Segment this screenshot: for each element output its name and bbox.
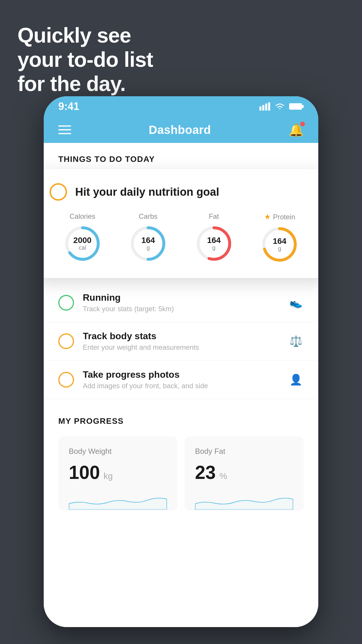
hero-text: Quickly see your to-do list for the day. bbox=[17, 23, 153, 96]
hamburger-icon[interactable] bbox=[58, 125, 71, 134]
nutrition-card: Hit your daily nutrition goal Calories 2… bbox=[44, 169, 318, 278]
todo-subtitle: Enter your weight and measurements bbox=[83, 343, 279, 351]
nutrition-label: Carbs bbox=[139, 212, 157, 220]
todo-title: Running bbox=[83, 292, 279, 303]
donut-ring: 2000 cal bbox=[64, 225, 101, 262]
donut-value: 164 bbox=[273, 237, 287, 245]
todo-checkbox[interactable] bbox=[58, 333, 74, 349]
mini-chart bbox=[195, 492, 293, 510]
nutrition-label: Fat bbox=[209, 212, 219, 220]
svg-rect-0 bbox=[259, 106, 261, 111]
donut-value: 2000 bbox=[73, 236, 92, 244]
progress-number: 23 bbox=[195, 462, 216, 483]
nutrition-item-calories: Calories 2000 cal bbox=[64, 212, 101, 262]
progress-card-title: Body Fat bbox=[195, 447, 293, 456]
things-to-do-header: THINGS TO DO TODAY bbox=[44, 143, 318, 170]
todo-text: Track body stats Enter your weight and m… bbox=[83, 331, 279, 351]
status-time: 9:41 bbox=[58, 100, 79, 113]
signal-icon bbox=[259, 102, 270, 111]
bell-icon[interactable]: 🔔 bbox=[289, 123, 304, 137]
nav-bar: Dashboard 🔔 bbox=[44, 117, 318, 143]
card-title: Hit your daily nutrition goal bbox=[75, 186, 219, 198]
svg-rect-2 bbox=[265, 104, 267, 111]
nutrition-row: Calories 2000 cal Carbs 164 g Fat bbox=[50, 212, 312, 263]
notification-dot bbox=[300, 122, 305, 126]
progress-card-body-weight: Body Weight 100 kg bbox=[58, 436, 178, 511]
todo-title: Take progress photos bbox=[83, 369, 279, 380]
nutrition-item-fat: Fat 164 g bbox=[195, 212, 233, 262]
nutrition-item-protein: ★Protein 164 g bbox=[261, 212, 298, 263]
donut-unit: g bbox=[207, 244, 221, 251]
donut-unit: cal bbox=[73, 244, 92, 251]
svg-rect-5 bbox=[302, 105, 304, 108]
donut-unit: g bbox=[141, 244, 155, 251]
nutrition-label: ★Protein bbox=[264, 212, 295, 221]
todo-action-icon: ⚖️ bbox=[288, 333, 304, 349]
progress-card-title: Body Weight bbox=[69, 447, 167, 456]
phone-frame: 9:41 Dashboard bbox=[44, 96, 318, 627]
todo-checkbox[interactable] bbox=[58, 372, 74, 388]
progress-number: 100 bbox=[69, 462, 100, 483]
donut-ring: 164 g bbox=[129, 225, 167, 262]
progress-section: MY PROGRESS Body Weight 100 kg Body Fat … bbox=[44, 399, 318, 522]
svg-rect-1 bbox=[262, 105, 264, 111]
svg-rect-3 bbox=[268, 102, 270, 111]
progress-unit: kg bbox=[103, 471, 113, 481]
donut-unit: g bbox=[273, 245, 287, 252]
donut-value: 164 bbox=[141, 236, 155, 244]
nutrition-label: Calories bbox=[70, 212, 95, 220]
wifi-icon bbox=[275, 102, 285, 111]
todo-item[interactable]: Take progress photos Add images of your … bbox=[44, 360, 318, 399]
progress-unit: % bbox=[219, 471, 227, 481]
donut-ring: 164 g bbox=[195, 225, 233, 262]
donut-center: 164 g bbox=[141, 236, 155, 251]
hero-line-2: your to-do list bbox=[17, 48, 153, 72]
status-bar: 9:41 bbox=[44, 96, 318, 117]
todo-action-icon: 👟 bbox=[288, 295, 304, 311]
progress-value: 23 % bbox=[195, 462, 293, 483]
content-area: THINGS TO DO TODAY Hit your daily nutrit… bbox=[44, 143, 318, 627]
todo-text: Take progress photos Add images of your … bbox=[83, 369, 279, 390]
donut-center: 2000 cal bbox=[73, 236, 92, 251]
todo-item[interactable]: Running Track your stats (target: 5km) 👟 bbox=[44, 284, 318, 322]
progress-cards: Body Weight 100 kg Body Fat 23 % bbox=[58, 436, 304, 511]
todo-checkbox[interactable] bbox=[58, 295, 74, 311]
donut-ring: 164 g bbox=[261, 225, 298, 263]
progress-value: 100 kg bbox=[69, 462, 167, 483]
hero-line-3: for the day. bbox=[17, 72, 153, 96]
donut-center: 164 g bbox=[207, 236, 221, 251]
nav-title: Dashboard bbox=[149, 123, 211, 136]
hero-line-1: Quickly see bbox=[17, 23, 153, 48]
progress-header: MY PROGRESS bbox=[58, 416, 304, 426]
todo-subtitle: Add images of your front, back, and side bbox=[83, 382, 279, 390]
battery-icon bbox=[289, 103, 304, 110]
todo-text: Running Track your stats (target: 5km) bbox=[83, 292, 279, 313]
task-checkbox[interactable] bbox=[50, 183, 67, 201]
svg-rect-4 bbox=[289, 103, 302, 110]
card-header: Hit your daily nutrition goal bbox=[50, 183, 312, 201]
status-icons bbox=[259, 102, 304, 111]
mini-chart bbox=[69, 492, 167, 510]
todo-action-icon: 👤 bbox=[288, 372, 304, 388]
todo-item[interactable]: Track body stats Enter your weight and m… bbox=[44, 322, 318, 360]
nutrition-item-carbs: Carbs 164 g bbox=[129, 212, 167, 262]
donut-value: 164 bbox=[207, 236, 221, 244]
donut-center: 164 g bbox=[273, 237, 287, 252]
star-icon: ★ bbox=[264, 212, 271, 221]
progress-card-body-fat: Body Fat 23 % bbox=[184, 436, 304, 511]
todo-title: Track body stats bbox=[83, 331, 279, 342]
todo-subtitle: Track your stats (target: 5km) bbox=[83, 305, 279, 313]
